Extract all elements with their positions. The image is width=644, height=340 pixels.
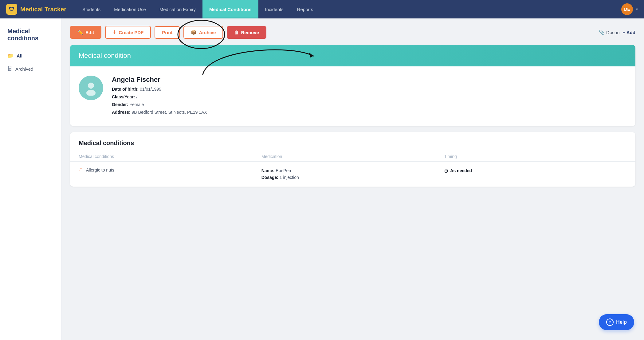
avatar[interactable]: DE <box>621 3 633 15</box>
student-address: Address: 9B Bedford Street, St Neots, PE… <box>112 109 207 116</box>
svg-point-2 <box>88 83 94 89</box>
card-header: Medical condition <box>70 45 635 66</box>
clock-icon: ⏱ <box>444 168 448 175</box>
sidebar-item-archived[interactable]: 🗄 Archived <box>0 62 61 75</box>
col-timing: Timing <box>444 154 627 159</box>
shield-icon: 🛡 <box>79 167 84 173</box>
sidebar-title: Medical conditions <box>0 28 61 49</box>
add-link[interactable]: + Add <box>622 30 635 35</box>
brand-label: Medical Tracker <box>20 6 66 13</box>
nav-links: Students Medication Use Medication Expir… <box>76 0 621 18</box>
toolbar: ✏️ Edit ⬇ Create PDF Print 📦 Archive <box>70 26 635 39</box>
nav-incidents[interactable]: Incidents <box>258 0 290 18</box>
timing-cell: ⏱ As needed <box>444 167 627 175</box>
nav-reports[interactable]: Reports <box>290 0 320 18</box>
help-circle-icon: ? <box>606 318 614 326</box>
nav-medication-use[interactable]: Medication Use <box>107 0 152 18</box>
student-avatar <box>79 76 103 100</box>
chevron-down-icon[interactable]: ▾ <box>636 7 638 11</box>
brand-icon: 🛡 <box>6 4 17 15</box>
folder-icon: 📁 <box>7 53 14 59</box>
archive-icon: 🗄 <box>7 66 12 72</box>
pdf-icon: ⬇ <box>112 30 116 35</box>
condition-label: Allergic to nuts <box>86 168 114 172</box>
archive-button[interactable]: 📦 Archive <box>183 26 223 39</box>
edit-icon: ✏️ <box>77 30 83 35</box>
remove-button[interactable]: 🗑 Remove <box>227 26 266 39</box>
nav-medical-conditions[interactable]: Medical Conditions <box>202 0 258 18</box>
paperclip-icon: 📎 <box>599 30 605 35</box>
table-row: 🛡 Allergic to nuts Name: Epi-PenDosage: … <box>70 162 635 187</box>
archive-box-icon: 📦 <box>191 30 197 35</box>
sidebar-item-all[interactable]: 📁 All <box>0 49 61 62</box>
trash-icon: 🗑 <box>234 30 239 35</box>
table-header: Medical conditions Medication Timing <box>70 152 635 162</box>
create-pdf-button[interactable]: ⬇ Create PDF <box>105 26 151 39</box>
sidebar-item-archived-label: Archived <box>15 66 33 72</box>
nav-right: DE ▾ <box>621 3 638 15</box>
sidebar: Medical conditions 📁 All 🗄 Archived <box>0 18 61 340</box>
help-label: Help <box>616 319 627 325</box>
navbar: 🛡 Medical Tracker Students Medication Us… <box>0 0 644 18</box>
edit-button[interactable]: ✏️ Edit <box>70 26 101 39</box>
page-layout: Medical conditions 📁 All 🗄 Archived ✏️ E… <box>0 18 644 340</box>
archive-wrapper: 📦 Archive <box>183 26 223 39</box>
student-dob: Date of birth: 01/01/1999 <box>112 86 207 93</box>
sidebar-item-all-label: All <box>17 53 22 58</box>
medical-condition-card: Medical condition Angela Fischer Date of… <box>70 45 635 126</box>
toolbar-right: 📎 Docun + Add <box>599 30 635 35</box>
medication-cell: Name: Epi-PenDosage: 1 injection <box>261 167 444 181</box>
student-info: Angela Fischer Date of birth: 01/01/1999… <box>112 76 207 117</box>
brand[interactable]: 🛡 Medical Tracker <box>6 4 66 15</box>
print-button[interactable]: Print <box>155 26 180 39</box>
nav-students[interactable]: Students <box>76 0 107 18</box>
conditions-card: Medical conditions Medical conditions Me… <box>70 132 635 187</box>
person-icon <box>83 80 99 96</box>
col-conditions: Medical conditions <box>79 154 261 159</box>
timing-value: As needed <box>450 167 472 174</box>
nav-medication-expiry[interactable]: Medication Expiry <box>153 0 202 18</box>
help-button[interactable]: ? Help <box>599 314 634 330</box>
condition-cell: 🛡 Allergic to nuts <box>79 167 261 173</box>
svg-point-3 <box>86 90 96 96</box>
student-class: Class/Year: / <box>112 94 207 100</box>
main-content: ✏️ Edit ⬇ Create PDF Print 📦 Archive <box>61 18 644 340</box>
documents-link[interactable]: 📎 Docun <box>599 30 619 35</box>
student-name: Angela Fischer <box>112 76 207 84</box>
card-body: Angela Fischer Date of birth: 01/01/1999… <box>70 66 635 126</box>
col-medication: Medication <box>261 154 444 159</box>
section-title: Medical conditions <box>70 132 635 152</box>
student-gender: Gender: Female <box>112 101 207 108</box>
